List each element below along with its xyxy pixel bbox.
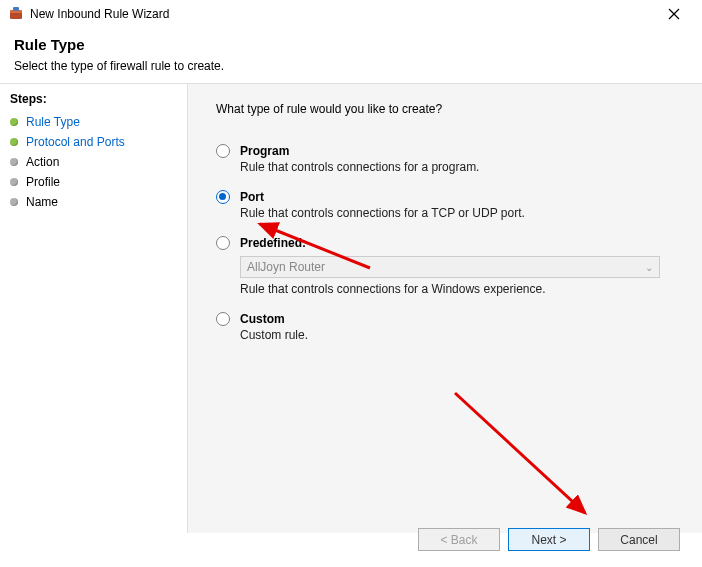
wizard-body: Steps: Rule Type Protocol and Ports Acti…: [0, 83, 702, 533]
option-desc: Rule that controls connections for a pro…: [240, 160, 674, 174]
step-label: Rule Type: [26, 115, 80, 129]
step-name[interactable]: Name: [10, 192, 187, 212]
step-profile[interactable]: Profile: [10, 172, 187, 192]
option-label: Predefined:: [240, 236, 306, 250]
close-icon: [668, 8, 680, 20]
firewall-icon: [8, 6, 24, 22]
option-label: Port: [240, 190, 264, 204]
wizard-buttons: < Back Next > Cancel: [418, 528, 680, 551]
next-button[interactable]: Next >: [508, 528, 590, 551]
predefined-value: AllJoyn Router: [247, 260, 325, 274]
predefined-select[interactable]: AllJoyn Router ⌄: [240, 256, 660, 278]
cancel-button[interactable]: Cancel: [598, 528, 680, 551]
chevron-down-icon: ⌄: [645, 262, 653, 273]
step-label: Protocol and Ports: [26, 135, 125, 149]
option-program[interactable]: Program Rule that controls connections f…: [216, 144, 674, 174]
steps-sidebar: Steps: Rule Type Protocol and Ports Acti…: [0, 84, 188, 533]
option-desc: Custom rule.: [240, 328, 674, 342]
step-rule-type[interactable]: Rule Type: [10, 112, 187, 132]
radio-port[interactable]: [216, 190, 230, 204]
step-label: Profile: [26, 175, 60, 189]
option-predefined[interactable]: Predefined: AllJoyn Router ⌄ Rule that c…: [216, 236, 674, 296]
step-bullet-icon: [10, 158, 18, 166]
step-bullet-icon: [10, 138, 18, 146]
close-button[interactable]: [654, 0, 694, 28]
page-title: Rule Type: [14, 36, 688, 53]
step-label: Name: [26, 195, 58, 209]
option-custom[interactable]: Custom Custom rule.: [216, 312, 674, 342]
step-bullet-icon: [10, 198, 18, 206]
button-label: Next >: [531, 533, 566, 547]
option-label: Program: [240, 144, 289, 158]
step-bullet-icon: [10, 178, 18, 186]
wizard-header: Rule Type Select the type of firewall ru…: [0, 28, 702, 83]
titlebar: New Inbound Rule Wizard: [0, 0, 702, 28]
step-action[interactable]: Action: [10, 152, 187, 172]
step-label: Action: [26, 155, 59, 169]
rule-type-question: What type of rule would you like to crea…: [216, 102, 674, 116]
svg-rect-2: [13, 7, 19, 11]
button-label: Cancel: [620, 533, 657, 547]
option-desc: Rule that controls connections for a TCP…: [240, 206, 674, 220]
option-label: Custom: [240, 312, 285, 326]
radio-custom[interactable]: [216, 312, 230, 326]
window-title: New Inbound Rule Wizard: [30, 7, 654, 21]
steps-title: Steps:: [10, 92, 187, 106]
option-port[interactable]: Port Rule that controls connections for …: [216, 190, 674, 220]
page-description: Select the type of firewall rule to crea…: [14, 59, 688, 73]
step-protocol-ports[interactable]: Protocol and Ports: [10, 132, 187, 152]
radio-program[interactable]: [216, 144, 230, 158]
radio-predefined[interactable]: [216, 236, 230, 250]
back-button: < Back: [418, 528, 500, 551]
button-label: < Back: [440, 533, 477, 547]
step-bullet-icon: [10, 118, 18, 126]
option-desc: Rule that controls connections for a Win…: [240, 282, 674, 296]
wizard-content: What type of rule would you like to crea…: [188, 84, 702, 533]
